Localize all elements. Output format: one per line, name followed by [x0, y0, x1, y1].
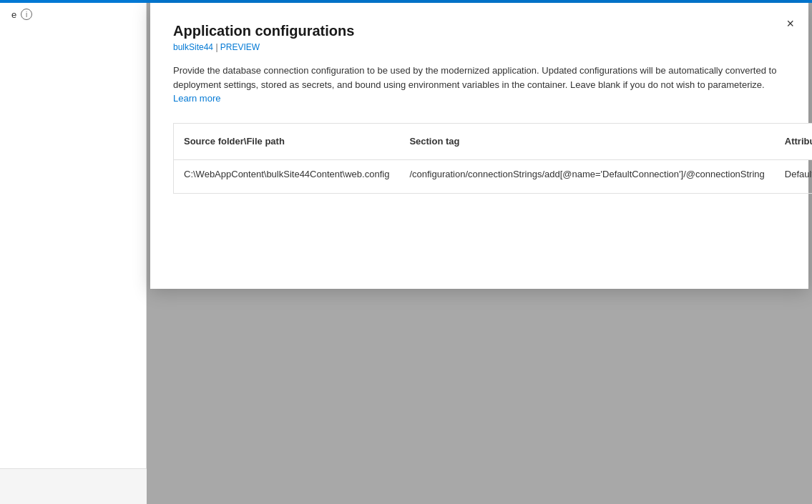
column-header-attr-name: Attribute name	[775, 123, 812, 160]
sidebar-item-label: e	[11, 9, 16, 20]
modal-title: Application configurations	[173, 23, 786, 39]
cell-attr-name: DefaultConnection	[775, 160, 812, 194]
modal-description: Provide the database connection configur…	[173, 64, 786, 106]
subtitle-site: bulkSite44	[173, 42, 213, 52]
modal-dialog: × Application configurations bulkSite44 …	[150, 3, 808, 289]
modal-subtitle: bulkSite44 | PREVIEW	[173, 42, 786, 52]
table-header-row: Source folder\File path Section tag Attr…	[174, 123, 813, 160]
config-table: Source folder\File path Section tag Attr…	[173, 123, 812, 194]
cell-section: /configuration/connectionStrings/add[@na…	[399, 160, 774, 194]
cell-source: C:\WebAppContent\bulkSite44Content\web.c…	[174, 160, 400, 194]
modal-overlay: × Application configurations bulkSite44 …	[147, 3, 812, 504]
table-row: C:\WebAppContent\bulkSite44Content\web.c…	[174, 160, 813, 194]
info-icon[interactable]: i	[21, 9, 32, 20]
sidebar: e i	[0, 3, 147, 504]
sidebar-bottom	[0, 468, 147, 504]
description-text: Provide the database connection configur…	[173, 65, 776, 90]
learn-more-link[interactable]: Learn more	[173, 93, 220, 104]
sidebar-item: e i	[0, 3, 146, 26]
column-header-source: Source folder\File path	[174, 123, 400, 160]
subtitle-tag: PREVIEW	[220, 42, 260, 52]
column-header-section: Section tag	[399, 123, 774, 160]
close-button[interactable]: ×	[783, 14, 797, 33]
